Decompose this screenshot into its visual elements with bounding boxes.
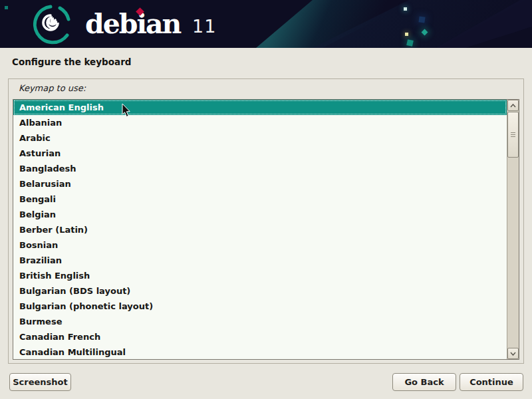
keymap-option[interactable]: Belgian xyxy=(13,207,507,222)
keymap-option[interactable]: Bulgarian (phonetic layout) xyxy=(13,299,507,314)
keymap-option[interactable]: Bulgarian (BDS layout) xyxy=(13,283,507,299)
keymap-option[interactable]: British English xyxy=(13,268,507,283)
banner-decoration xyxy=(404,7,407,11)
keymap-option[interactable]: Brazilian xyxy=(13,253,507,268)
screenshot-button[interactable]: Screenshot xyxy=(9,373,71,391)
chevron-down-icon[interactable] xyxy=(507,348,519,359)
scrollbar-grip xyxy=(511,132,515,138)
page-title: Configure the keyboard xyxy=(12,57,131,67)
keymap-option[interactable]: Arabic xyxy=(13,130,507,146)
scrollbar[interactable] xyxy=(507,100,519,359)
keymap-option[interactable]: Canadian Multilingual xyxy=(13,344,507,359)
installer-banner: debian 11 xyxy=(0,0,532,48)
scrollbar-thumb[interactable] xyxy=(507,112,519,158)
keymap-option[interactable]: Bengali xyxy=(13,192,507,207)
keymap-frame: Keymap to use: American EnglishAlbanianA… xyxy=(8,78,524,364)
keymap-option[interactable]: Bangladesh xyxy=(13,161,507,176)
chevron-up-icon[interactable] xyxy=(507,100,519,111)
keymap-option[interactable]: Burmese xyxy=(13,314,507,329)
continue-button[interactable]: Continue xyxy=(460,373,523,391)
keymap-label: Keymap to use: xyxy=(19,83,86,93)
keymap-option[interactable]: Asturian xyxy=(13,146,507,161)
keymap-option[interactable]: Belarusian xyxy=(13,176,507,192)
keymap-option[interactable]: Berber (Latin) xyxy=(13,222,507,237)
banner-decoration xyxy=(418,16,425,23)
keymap-option[interactable]: Bosnian xyxy=(13,237,507,253)
banner-decoration xyxy=(406,39,414,47)
debian-swirl-icon xyxy=(31,3,73,46)
keymap-option[interactable]: American English xyxy=(13,100,507,115)
keymap-rows: American EnglishAlbanianArabicAsturianBa… xyxy=(13,100,507,359)
go-back-button[interactable]: Go Back xyxy=(392,373,456,391)
keymap-option[interactable]: Canadian French xyxy=(13,329,507,344)
version-label: 11 xyxy=(192,17,216,35)
banner-decoration xyxy=(405,33,408,36)
keymap-listbox[interactable]: American EnglishAlbanianArabicAsturianBa… xyxy=(13,99,519,360)
brand-wordmark: debian xyxy=(85,11,180,38)
mouse-pointer-icon xyxy=(122,104,131,118)
keymap-option[interactable]: Albanian xyxy=(13,115,507,130)
banner-decoration xyxy=(5,6,8,9)
